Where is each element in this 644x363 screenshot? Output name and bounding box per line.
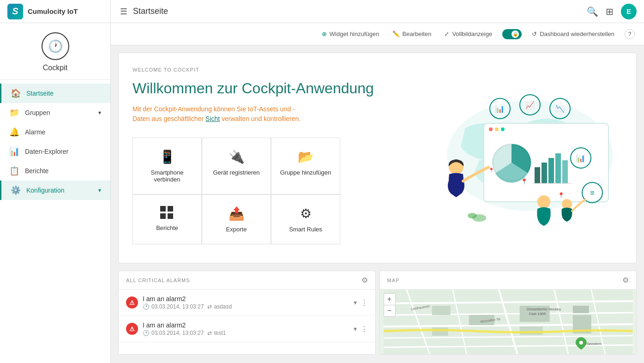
map-panel-header: MAP ⚙ <box>380 271 637 290</box>
action-label-smartphone: Smartphoneverbinden <box>151 169 184 183</box>
more-options-icon[interactable]: ⋮ <box>361 325 368 333</box>
map-panel-title: MAP <box>387 278 400 283</box>
chevron-down-icon[interactable]: ▾ <box>354 299 357 306</box>
export-icon: 📤 <box>229 206 245 221</box>
hero-illustration: 📊 📈 📉 📊 ≡ <box>410 67 622 244</box>
svg-rect-43 <box>432 306 450 315</box>
svg-text:Seestern: Seestern <box>586 342 601 346</box>
sidebar-item-startseite[interactable]: 🏠 Startseite <box>0 84 110 103</box>
chevron-down-icon[interactable]: ▾ <box>354 325 357 333</box>
page-title: Startseite <box>133 6 168 16</box>
nav-label-konfiguration: Konfiguration <box>26 187 65 194</box>
edit-button[interactable]: ✏️ Bearbeiten <box>390 29 434 39</box>
svg-rect-7 <box>542 163 547 183</box>
gear-icon: ⚙️ <box>11 185 21 195</box>
nav-label-startseite: Startseite <box>26 90 54 97</box>
svg-text:📊: 📊 <box>495 104 505 113</box>
help-button[interactable]: ? <box>625 29 635 39</box>
map-container: + − <box>380 290 637 354</box>
alarm-meta: 🕐 03.03.2014, 13:03:27 ⇄ test1 <box>143 330 349 336</box>
more-options-icon[interactable]: ⋮ <box>361 298 368 307</box>
folder-icon: 📁 <box>9 108 19 118</box>
zoom-out-button[interactable]: − <box>384 305 395 316</box>
user-avatar[interactable]: E <box>621 4 637 19</box>
hamburger-icon[interactable]: ☰ <box>120 6 127 17</box>
welcome-panel: WELCOME TO COCKPIT Willkommen zur Cockpi… <box>118 53 637 263</box>
action-label-berichte: Berichte <box>156 224 178 231</box>
action-label-group: Gruppe hinzufügen <box>280 169 331 176</box>
svg-rect-47 <box>519 327 542 335</box>
map-svg: Wickrather Str. Düsseldorfer Hockey Club… <box>380 290 637 354</box>
brand-area: S Cumulocity IoT <box>0 0 111 23</box>
svg-text:Club 1905: Club 1905 <box>529 312 546 316</box>
action-card-exporte[interactable]: 📤 Exporte <box>202 194 271 244</box>
action-card-smartrules[interactable]: ⚙ Smart Rules <box>271 194 340 244</box>
map-panel: MAP ⚙ + − <box>379 271 637 355</box>
svg-text:Düsseldorfer Hockey: Düsseldorfer Hockey <box>526 307 560 311</box>
main-content: ⊕ Widget hinzufügen ✏️ Bearbeiten ⤢ Voll… <box>111 0 644 363</box>
smartphone-icon: 📱 <box>159 149 175 164</box>
lock-toggle[interactable]: 🔒 <box>502 29 522 39</box>
fullscreen-button[interactable]: ⤢ Vollbildanzeige <box>441 29 495 39</box>
svg-point-55 <box>579 341 583 345</box>
alarm-time: 🕐 03.03.2014, 13:03:27 <box>143 330 204 336</box>
sidebar-item-gruppen[interactable]: 📁 Gruppen ▾ <box>0 103 110 122</box>
map-zoom-controls: + − <box>384 293 396 317</box>
sidebar-logo: 🕐 Cockpit <box>0 23 110 80</box>
sidebar-item-daten-explorer[interactable]: 📊 Daten-Explorer <box>0 142 110 161</box>
welcome-title: Willkommen zur Cockpit-Anwendung <box>132 80 401 97</box>
svg-point-27 <box>468 213 477 218</box>
report-icon: 📋 <box>9 166 19 176</box>
alarm-item: ⚠ I am an alarm2 🕐 03.03.2014, 13:03:27 … <box>119 290 375 316</box>
sidebar-item-konfiguration[interactable]: ⚙️ Konfiguration ▾ <box>0 181 110 200</box>
action-card-group[interactable]: 📂 Gruppe hinzufügen <box>271 138 340 194</box>
sync-icon: ⇄ <box>207 303 212 310</box>
zoom-in-button[interactable]: + <box>384 294 395 305</box>
alarms-settings-icon[interactable]: ⚙ <box>361 276 368 284</box>
alarm-badge-icon: ⚠ <box>126 296 138 309</box>
alarm-actions: ▾ ⋮ <box>354 325 368 333</box>
svg-point-24 <box>537 195 550 208</box>
hero-svg: 📊 📈 📉 📊 ≡ <box>410 67 622 244</box>
action-card-smartphone[interactable]: 📱 Smartphoneverbinden <box>132 138 202 194</box>
chevron-down-icon-config: ▾ <box>98 187 101 194</box>
chevron-down-icon: ▾ <box>98 109 101 116</box>
search-icon[interactable]: 🔍 <box>587 6 598 17</box>
topbar-title-area: ☰ Startseite <box>111 6 587 17</box>
action-card-berichte[interactable]: Berichte <box>132 194 202 244</box>
sidebar-item-alarme[interactable]: 🔔 Alarme <box>0 122 110 142</box>
restore-button[interactable]: ↺ Dashboard wiederherstellen <box>529 29 617 39</box>
alarm-item: ⚠ I am an alarm2 🕐 03.03.2014, 13:03:27 … <box>119 316 375 342</box>
svg-rect-6 <box>535 167 540 183</box>
plus-circle-icon: ⊕ <box>322 30 327 37</box>
sidebar-logo-label: Cockpit <box>43 64 67 72</box>
welcome-description: Mit der Cockpit-Anwendung können Sie IoT… <box>132 104 308 124</box>
nav-label-alarme: Alarme <box>25 128 45 136</box>
topbar: S Cumulocity IoT ☰ Startseite 🔍 ⊞ E <box>0 0 644 23</box>
svg-rect-49 <box>572 306 589 313</box>
welcome-content: WELCOME TO COCKPIT Willkommen zur Cockpi… <box>132 67 401 244</box>
action-grid: 📱 Smartphoneverbinden 🔌 Gerät registrier… <box>132 138 401 244</box>
alarm-device: ⇄ test1 <box>207 330 226 336</box>
dashboard-toolbar: ⊕ Widget hinzufügen ✏️ Bearbeiten ⤢ Voll… <box>111 23 644 45</box>
bell-icon: 🔔 <box>9 127 19 137</box>
sidebar-item-berichte[interactable]: 📋 Berichte <box>0 161 110 181</box>
toggle-switch[interactable]: 🔒 <box>502 29 522 39</box>
nav-label-berichte: Berichte <box>25 167 48 175</box>
alarm-device: ⇄ asdasd <box>207 303 232 310</box>
gauge-icon: 🕐 <box>48 39 63 54</box>
svg-rect-9 <box>555 153 561 183</box>
grid-icon[interactable]: ⊞ <box>606 6 614 17</box>
add-widget-button[interactable]: ⊕ Widget hinzufügen <box>319 29 382 39</box>
nav-label-gruppen: Gruppen <box>25 109 50 116</box>
sidebar: 🕐 Cockpit 🏠 Startseite 📁 Gruppen ▾ 🔔 Ala… <box>0 0 111 363</box>
svg-text:📍: 📍 <box>488 167 494 173</box>
svg-text:📊: 📊 <box>576 154 585 163</box>
brand-logo[interactable]: S <box>7 4 23 19</box>
action-card-register[interactable]: 🔌 Gerät registrieren <box>202 138 271 194</box>
alarm-actions: ▾ ⋮ <box>354 298 368 307</box>
svg-rect-8 <box>548 158 554 183</box>
svg-point-3 <box>495 127 499 131</box>
svg-text:📍: 📍 <box>521 178 528 185</box>
map-settings-icon[interactable]: ⚙ <box>622 276 629 284</box>
